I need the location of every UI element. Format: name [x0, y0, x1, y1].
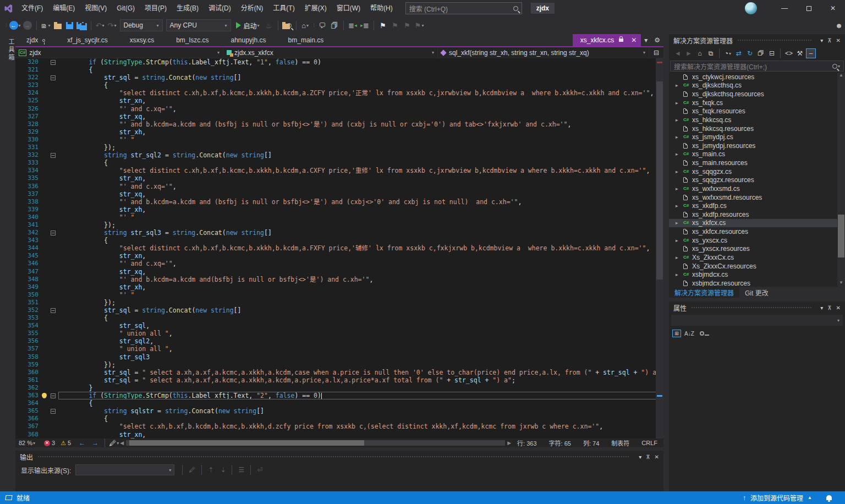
document-options-gear-icon[interactable]: ⚙ [651, 34, 663, 46]
code-line[interactable]: 320– if (StringType.StrCmp(this.Label_xf… [15, 58, 663, 66]
send-feedback-icon[interactable]: ☻ [833, 19, 844, 31]
pin-icon[interactable] [42, 39, 45, 42]
document-tab[interactable]: bm_main.cs [277, 34, 335, 46]
code-line[interactable]: 347 str_xq, [15, 268, 663, 276]
menu-item[interactable]: 项目(P) [140, 0, 172, 17]
code-line[interactable]: 331 }); [15, 144, 663, 151]
source-control-chevron-icon[interactable]: ▲ [808, 495, 812, 500]
type-dropdown[interactable]: zjdx.xs_xkfcx▾ [223, 47, 438, 58]
code-line[interactable]: 361 str_sql = " select a.xh,a.xf,a.kcmc,… [15, 376, 663, 384]
document-tab-active[interactable]: xs_xkfcx.cs ✕ [573, 34, 641, 46]
code-line[interactable]: 359 }); [15, 361, 663, 369]
code-line[interactable]: 329 str_xh, [15, 128, 663, 136]
tool-window-tab[interactable]: Git 更改 [739, 287, 774, 298]
code-line[interactable]: 353 { [15, 314, 663, 322]
close-tab-icon[interactable]: ✕ [631, 36, 637, 44]
code-line[interactable]: 356 str_sql2, [15, 337, 663, 345]
clear-bookmarks-icon[interactable]: ⚑▾ [414, 19, 425, 31]
collapse-region-icon[interactable]: – [51, 409, 56, 414]
code-line[interactable]: 341 }); [15, 221, 663, 229]
code-line[interactable]: 322– str_sql = string.Concat(new string[… [15, 74, 663, 81]
solution-platforms-dropdown[interactable]: Any CPU▾ [166, 19, 231, 31]
code-line[interactable]: 365– string sqlstr = string.Concat(new s… [15, 407, 663, 415]
toggle-bookmark-icon[interactable]: ⚑ [377, 19, 388, 31]
object-selector-dropdown[interactable]: ▾ [671, 315, 843, 326]
minimize-button[interactable]: — [772, 0, 797, 17]
word-wrap-icon[interactable]: ⏎ [257, 466, 262, 474]
code-line[interactable]: 337 str_xq, [15, 190, 663, 198]
code-line[interactable]: 345 str_xn, [15, 252, 663, 260]
tree-item[interactable]: xs_djkskcthsq.resources [669, 90, 845, 98]
pin-icon[interactable]: ⊼ [827, 37, 831, 43]
alphabetical-sort-icon[interactable]: A↓Z [684, 331, 694, 337]
code-line[interactable]: 360 str_sql = " select a.xh,a.xf,a.kcmc,… [15, 369, 663, 376]
save-all-button[interactable] [76, 19, 87, 31]
document-tab[interactable]: xf_js_sycjlr.cs [56, 34, 118, 46]
code-line[interactable]: 350 "' " [15, 291, 663, 299]
tree-item[interactable]: xs_xkfcx.resources [669, 227, 845, 236]
toolbox-tab[interactable]: 工具箱 [0, 39, 15, 62]
code-line[interactable]: 368 str_xn, [15, 431, 663, 439]
close-button[interactable]: ✕ [821, 0, 845, 17]
menu-item[interactable]: 调试(D) [204, 0, 236, 17]
hscroll-right-arrow[interactable]: ▶ [507, 440, 511, 446]
menu-item[interactable]: 文件(F) [17, 0, 48, 17]
pending-changes-filter-icon[interactable]: ◔▾ [723, 48, 733, 58]
window-position-chevron-icon[interactable]: ▾ [820, 37, 823, 43]
browser-preview-icon[interactable]: ⌂▾ [300, 19, 311, 31]
code-line[interactable]: 338 "' and b.kcdm=a.kcdm and (bsfbj is n… [15, 198, 663, 206]
next-issue-arrow-icon[interactable]: → [92, 439, 98, 447]
tree-item[interactable]: xs_fxqk.resources [669, 107, 845, 116]
tree-item[interactable]: xs_sqqgzx.resources [669, 176, 845, 185]
output-source-dropdown[interactable]: ▾ [75, 464, 174, 475]
tree-item[interactable]: xs_jsmydpj.resources [669, 141, 845, 150]
previous-message-icon[interactable]: ⇡ [208, 466, 213, 474]
code-line[interactable]: 340 "' " [15, 213, 663, 221]
tree-item[interactable]: ▸C#xs_xkdfp.cs [669, 201, 845, 210]
code-line[interactable]: 343 { [15, 237, 663, 244]
expand-chevron-icon[interactable]: ▸ [676, 169, 683, 174]
tab-list-chevron-icon[interactable]: ▾ [641, 34, 651, 46]
pin-icon[interactable]: ⊼ [646, 454, 650, 460]
scrollbar-thumb[interactable] [656, 81, 663, 280]
categorized-icon[interactable]: ⊞ [672, 330, 681, 337]
nest-files-icon[interactable]: 🗇 [756, 48, 766, 58]
tree-item[interactable]: ▸C#xs_main.cs [669, 150, 845, 159]
collapse-region-icon[interactable]: – [51, 75, 56, 80]
properties-wrench-icon[interactable]: ⚒ [795, 48, 805, 58]
find-message-icon[interactable]: 🖉 [189, 466, 195, 474]
navigate-back-button[interactable]: ←▾ [9, 19, 21, 31]
close-icon[interactable]: ✕ [836, 305, 841, 311]
tree-item[interactable]: ▸C#xs_hkkcsq.cs [669, 116, 845, 124]
menu-item[interactable]: 分析(N) [236, 0, 268, 17]
property-pages-key-icon[interactable] [700, 331, 704, 336]
scroll-down-arrow[interactable]: ▼ [837, 280, 845, 287]
close-icon[interactable]: ✕ [836, 37, 841, 43]
tree-vertical-scrollbar[interactable]: ▲ ▼ [837, 73, 845, 287]
code-line[interactable]: 342– string str_sql3 = string.Concat(new… [15, 229, 663, 237]
collapse-region-icon[interactable]: – [51, 153, 56, 158]
tree-item[interactable]: ▸C#xs_fxqk.cs [669, 98, 845, 107]
expand-chevron-icon[interactable]: ▸ [676, 151, 683, 157]
tree-item[interactable]: xs_main.resources [669, 158, 845, 167]
collapse-region-icon[interactable]: – [51, 231, 56, 235]
code-line[interactable]: 324 "select distinct c.xh,b.xf,b.kcmc,b.… [15, 89, 663, 97]
code-line[interactable]: 327 str_xq, [15, 113, 663, 120]
code-line[interactable]: 354 str_sql, [15, 322, 663, 330]
document-tab[interactable]: bm_lszc.cs [165, 34, 220, 46]
refresh-icon[interactable]: ↻ [745, 48, 755, 58]
search-options-chevron-icon[interactable]: ▾ [838, 64, 840, 69]
next-message-icon[interactable]: ⇣ [220, 466, 226, 474]
menu-item[interactable]: Git(G) [112, 0, 140, 17]
code-line[interactable]: 325 str_xn, [15, 97, 663, 105]
code-line[interactable]: 328 "' and b.kcdm=a.kcdm and (bsfbj is n… [15, 120, 663, 128]
uncomment-selection-icon[interactable]: 🗍 [329, 19, 340, 31]
scrollbar-thumb[interactable] [838, 215, 844, 258]
menu-item[interactable]: 编辑(E) [48, 0, 80, 17]
warning-count[interactable]: 5 [68, 440, 71, 446]
expand-chevron-icon[interactable]: ▸ [676, 186, 683, 191]
tree-item[interactable]: ▸C#xs_sqqgzx.cs [669, 167, 845, 176]
tree-item[interactable]: ▸C#xs_djkskcthsq.cs [669, 81, 845, 90]
tabs-indicator[interactable]: 制表符 [611, 439, 629, 447]
window-position-chevron-icon[interactable]: ▾ [639, 454, 641, 460]
